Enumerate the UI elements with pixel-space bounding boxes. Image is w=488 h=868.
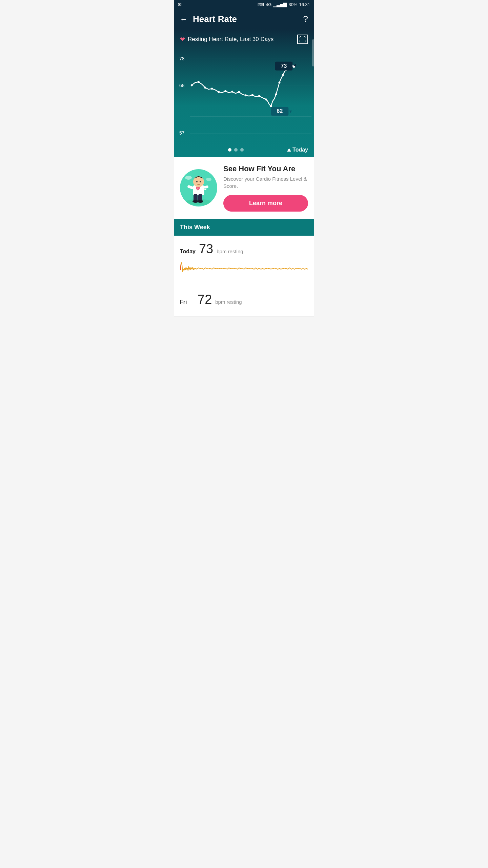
heart-rate-chart: 78 68 57 [177, 49, 311, 143]
svg-point-13 [231, 91, 233, 93]
chart-footer: Today [174, 143, 314, 157]
svg-point-10 [211, 87, 213, 90]
svg-point-43 [196, 181, 198, 182]
svg-point-19 [270, 105, 272, 107]
today-mini-chart [180, 260, 308, 278]
person-illustration [183, 171, 214, 205]
signal-4g-icon: 4G [266, 2, 271, 7]
svg-text:57: 57 [179, 130, 185, 136]
svg-point-17 [258, 95, 260, 97]
dot-1[interactable] [228, 148, 231, 152]
dot-2[interactable] [234, 148, 238, 152]
svg-point-15 [245, 94, 247, 96]
week-day-fri: Fri [180, 299, 194, 305]
svg-point-16 [251, 94, 253, 96]
header: ← Heart Rate ? [174, 9, 314, 29]
battery-label: 30% [288, 2, 297, 7]
svg-point-48 [206, 178, 211, 181]
svg-point-44 [200, 181, 201, 182]
this-week-header: This Week [174, 219, 314, 236]
status-notification-icon: ✉ [178, 2, 182, 7]
pagination-dots [174, 148, 244, 152]
svg-point-9 [204, 86, 206, 88]
svg-text:78: 78 [179, 56, 185, 61]
svg-point-11 [218, 91, 220, 93]
heart-icon: ❤ [180, 36, 185, 43]
svg-rect-40 [187, 185, 194, 190]
dot-3[interactable] [240, 148, 244, 152]
svg-point-12 [224, 90, 226, 92]
today-triangle-icon [287, 148, 291, 152]
chart-subtitle-label: Resting Heart Rate, Last 30 Days [188, 36, 273, 43]
signal-bars-icon: ▁▃▅▇ [273, 2, 287, 7]
week-item-today: Today 73 bpm resting [174, 236, 314, 286]
chart-subtitle-bar: ❤ Resting Heart Rate, Last 30 Days ⛶ [174, 35, 314, 49]
svg-rect-46 [204, 189, 206, 190]
svg-point-20 [275, 93, 277, 95]
help-button[interactable]: ? [303, 14, 308, 24]
back-button[interactable]: ← [180, 15, 187, 24]
chart-wrapper: 78 68 57 [174, 49, 314, 143]
status-bar: ✉ ⌨ 4G ▁▃▅▇ 30% 16:31 [174, 0, 314, 9]
cardio-fitness-card: See How Fit You Are Discover your Cardio… [174, 157, 314, 219]
svg-text:62: 62 [277, 108, 283, 114]
svg-point-8 [198, 81, 200, 83]
cardio-avatar [180, 169, 217, 206]
bluetooth-icon: ⌨ [258, 2, 264, 7]
expand-icon[interactable]: ⛶ [297, 35, 308, 44]
week-bpm-label-today: bpm resting [217, 249, 243, 254]
chart-section: ❤ Resting Heart Rate, Last 30 Days ⛶ 78 … [174, 29, 314, 157]
week-day-today: Today [180, 249, 196, 255]
cardio-description: Discover your Cardio Fitness Level & Sco… [223, 175, 308, 190]
svg-point-35 [198, 189, 199, 190]
week-bpm-today: 73 [199, 242, 213, 256]
svg-point-22 [282, 74, 284, 76]
this-week-label: This Week [180, 224, 210, 231]
time-label: 16:31 [299, 2, 310, 7]
svg-point-14 [238, 91, 240, 93]
svg-marker-29 [289, 111, 292, 113]
svg-point-21 [278, 82, 280, 84]
page-title: Heart Rate [193, 14, 303, 24]
svg-text:68: 68 [179, 83, 185, 88]
week-item-fri: Fri 72 bpm resting [174, 286, 314, 317]
learn-more-button[interactable]: Learn more [223, 195, 308, 212]
svg-point-42 [193, 176, 204, 187]
svg-text:73: 73 [281, 63, 287, 69]
cardio-title: See How Fit You Are [223, 164, 308, 173]
today-label: Today [287, 147, 308, 153]
cardio-text-content: See How Fit You Are Discover your Cardio… [223, 164, 308, 212]
week-bpm-label-fri: bpm resting [215, 299, 242, 305]
svg-point-47 [185, 176, 192, 180]
svg-point-39 [197, 200, 203, 203]
svg-point-7 [191, 84, 193, 86]
svg-point-18 [265, 98, 267, 100]
today-text: Today [292, 147, 308, 153]
week-bpm-fri: 72 [198, 292, 212, 307]
